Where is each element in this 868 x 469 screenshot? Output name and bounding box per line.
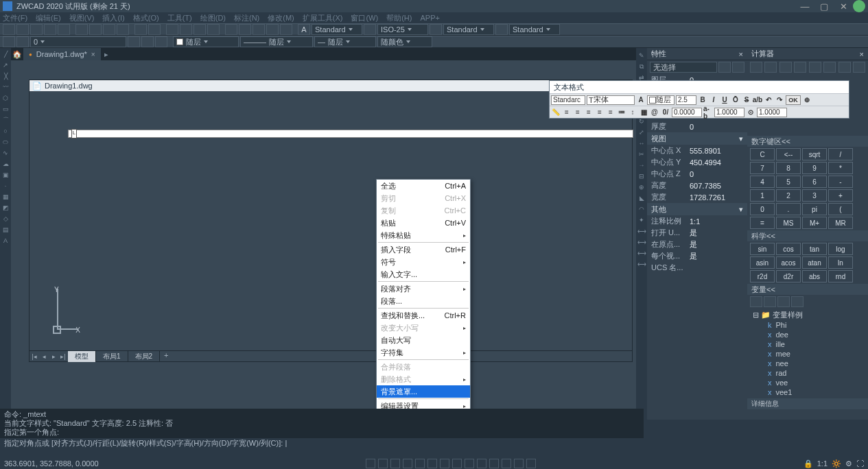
tab-layout1[interactable]: 布局1 <box>96 351 128 362</box>
underline-button[interactable]: U <box>720 95 729 105</box>
properties-close[interactable]: × <box>739 50 743 58</box>
otrack-icon[interactable] <box>427 459 437 468</box>
ctx-align[interactable]: 段落对齐▸ <box>377 282 470 295</box>
dimstyle-icon[interactable] <box>364 24 376 35</box>
file-tab[interactable]: ● Drawing1.dwg* × <box>23 48 101 60</box>
oblique-input[interactable]: 0.0000 <box>672 108 702 117</box>
dimstyle-dropdown[interactable]: ISO-25 <box>377 24 428 35</box>
bold-button[interactable]: B <box>698 95 707 105</box>
dim3-icon[interactable]: ⟷ <box>637 248 646 258</box>
ctx-select-all[interactable]: 全选Ctrl+A <box>377 180 470 192</box>
textstyle-icon[interactable]: A <box>298 24 310 35</box>
linespace-icon[interactable]: ↕ <box>628 108 637 117</box>
symbol-icon[interactable]: @ <box>650 108 659 117</box>
layer-icon[interactable] <box>3 36 15 47</box>
match-icon[interactable] <box>117 24 129 35</box>
annoscale-icon[interactable]: 🔒 <box>804 459 813 468</box>
key-3[interactable]: 3 <box>802 189 827 202</box>
user-avatar[interactable] <box>853 0 865 12</box>
ruler-icon[interactable]: 📏 <box>551 108 561 117</box>
var-mee[interactable]: xmee <box>753 349 863 359</box>
tracking-icon[interactable]: a-b <box>703 108 713 117</box>
trim-icon[interactable]: ✂ <box>637 149 646 159</box>
key-log[interactable]: log <box>828 243 853 255</box>
toolpalette-icon[interactable] <box>253 24 265 35</box>
key-5[interactable]: 5 <box>776 176 801 188</box>
spline-icon[interactable]: ∿ <box>1 148 10 158</box>
fillet-icon[interactable]: ◠ <box>637 204 646 214</box>
italic-button[interactable]: I <box>709 95 718 105</box>
var-ille[interactable]: xille <box>753 339 863 349</box>
key-abs[interactable]: abs <box>802 270 827 282</box>
undo-icon[interactable] <box>134 24 147 35</box>
mleaderstyle-dropdown[interactable]: Standard <box>509 24 560 35</box>
zoomwin-icon[interactable] <box>193 24 206 35</box>
key-*[interactable]: * <box>828 162 853 174</box>
rect-icon[interactable]: ▭ <box>1 104 10 114</box>
txt-color-select[interactable]: 随层 <box>647 95 675 105</box>
key-MS[interactable]: MS <box>776 217 801 229</box>
cycle-icon[interactable] <box>465 459 474 468</box>
key-MR[interactable]: MR <box>828 217 853 229</box>
key-1[interactable]: 1 <box>750 189 775 202</box>
sect-var[interactable]: 变量<< <box>747 284 868 295</box>
var-rad[interactable]: xrad <box>753 368 863 378</box>
menu-help[interactable]: 帮助(H) <box>386 13 412 23</box>
menu-ext[interactable]: 扩展工具(X) <box>303 13 343 23</box>
calc-close[interactable]: × <box>860 50 864 58</box>
text-ruler[interactable]: L <box>68 130 633 138</box>
join-icon[interactable]: ⊕ <box>637 182 646 192</box>
menu-modify[interactable]: 修改(M) <box>268 13 294 23</box>
var-calc-icon[interactable] <box>791 296 804 307</box>
revcloud-icon[interactable]: ☁ <box>1 159 10 169</box>
redo-icon[interactable] <box>148 24 161 35</box>
key-pi[interactable]: pi <box>802 203 827 215</box>
paste-icon[interactable] <box>103 24 115 35</box>
strike-button[interactable]: S <box>742 95 751 105</box>
mtext-icon[interactable]: A <box>1 236 10 245</box>
overline-button[interactable]: Ō <box>731 95 740 105</box>
sect-sci[interactable]: 科学<< <box>747 230 868 241</box>
scale-icon[interactable]: ⤢ <box>637 128 646 137</box>
key-=[interactable]: = <box>750 217 775 229</box>
calc-ang-icon[interactable] <box>823 62 836 73</box>
ctx-paste[interactable]: 粘贴Ctrl+V <box>377 217 470 229</box>
key-6[interactable]: 6 <box>802 176 827 188</box>
ortho-icon[interactable] <box>390 459 400 468</box>
file-tab-close[interactable]: × <box>91 51 95 58</box>
ctx-special-paste[interactable]: 特殊粘贴▸ <box>377 229 470 241</box>
props-icon[interactable] <box>225 24 237 35</box>
arc-icon[interactable]: ⌒ <box>1 115 10 125</box>
osnap-icon[interactable] <box>415 459 425 468</box>
explode-icon[interactable]: ✦ <box>637 215 646 225</box>
calc-x-icon[interactable] <box>838 62 851 73</box>
polygon-icon[interactable]: ⬡ <box>1 93 10 103</box>
open-icon[interactable] <box>16 24 29 35</box>
lineweight-dropdown[interactable]: —随层 <box>314 36 376 47</box>
menu-file[interactable]: 文件(F) <box>3 13 27 23</box>
width-input[interactable]: 1.0000 <box>757 108 787 117</box>
break-icon[interactable]: ⊟ <box>637 171 646 181</box>
calc-dist-icon[interactable] <box>809 62 821 73</box>
menu-window[interactable]: 窗口(W) <box>351 13 378 23</box>
dim1-icon[interactable]: ⟷ <box>637 226 646 236</box>
quicksel-icon[interactable] <box>718 62 731 73</box>
selection-dropdown[interactable]: 无选择 <box>650 62 717 73</box>
key--[interactable]: - <box>828 176 853 188</box>
calc-clear-icon[interactable] <box>750 62 762 73</box>
layeruniso-icon[interactable] <box>155 36 167 47</box>
canvas[interactable]: L YX <box>30 91 632 352</box>
var-vee1[interactable]: xvee1 <box>753 387 863 397</box>
sb13-icon[interactable] <box>514 459 524 468</box>
region-icon[interactable]: ◇ <box>1 214 10 224</box>
annovis-icon[interactable]: 🔆 <box>832 459 841 468</box>
layeriso-icon[interactable] <box>141 36 154 47</box>
key-/[interactable]: / <box>828 148 853 160</box>
block-icon[interactable]: ▣ <box>1 170 10 180</box>
calc-pt-icon[interactable] <box>794 62 806 73</box>
zoom-icon[interactable] <box>180 24 192 35</box>
key-d2r[interactable]: d2r <box>776 270 801 282</box>
calc-hist-icon[interactable] <box>764 62 777 73</box>
key-sin[interactable]: sin <box>750 243 775 255</box>
ctx-insert-field[interactable]: 插入字段Ctrl+F <box>377 243 470 256</box>
